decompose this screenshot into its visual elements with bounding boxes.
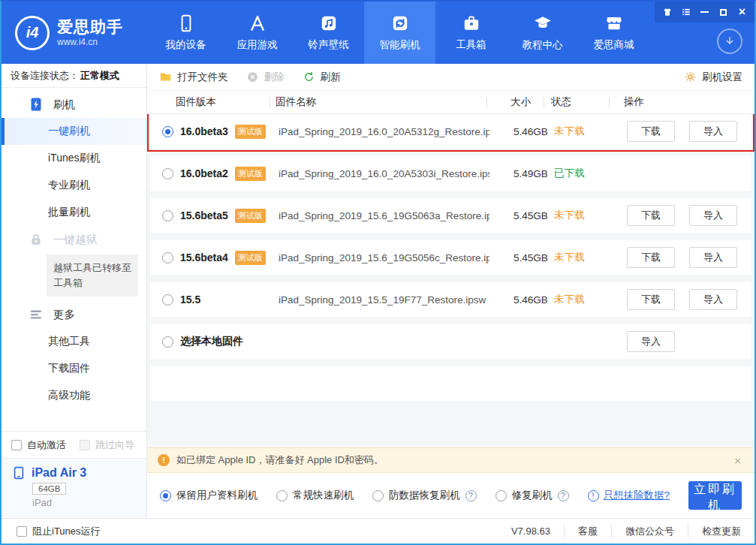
flash-mode-radio[interactable]: 常规快速刷机 xyxy=(276,489,354,502)
skip-wizard-label: 跳过向导 xyxy=(95,438,134,452)
firmware-radio[interactable] xyxy=(162,294,173,306)
firmware-version: 15.6beta5 xyxy=(180,209,228,221)
firmware-radio[interactable] xyxy=(162,126,173,137)
help-icon[interactable]: ? xyxy=(558,490,569,501)
nav-tab-toolbox[interactable]: 工具箱 xyxy=(435,2,507,64)
sidebar-group-more-menu[interactable]: 更多 xyxy=(2,301,146,328)
firmware-version-cell: 15.6beta5测试版 xyxy=(150,209,273,223)
firmware-status: 已下载 xyxy=(547,167,612,180)
app-version: V7.98.63 xyxy=(511,525,564,537)
radio-icon xyxy=(276,490,288,501)
download-button[interactable]: 下载 xyxy=(627,289,675,310)
sidebar-menu: 刷机一键刷机iTunes刷机专业刷机批量刷机一键越狱越狱工具已转移至工具箱更多其… xyxy=(2,88,146,431)
block-itunes-checkbox[interactable]: 阻止iTunes运行 xyxy=(17,525,101,538)
tasklist-icon[interactable] xyxy=(676,2,695,23)
nav-tab-ringtone[interactable]: 铃声壁纸 xyxy=(293,2,364,64)
nav-tab-mall[interactable]: 爱思商城 xyxy=(578,2,649,64)
sidebar-item[interactable]: 批量刷机 xyxy=(2,199,146,226)
firmware-radio[interactable] xyxy=(162,210,173,221)
firmware-row[interactable]: 15.6beta5测试版iPad_Spring_2019_15.6_19G506… xyxy=(150,198,751,233)
sidebar-item[interactable]: 下载固件 xyxy=(2,355,146,382)
lock-icon xyxy=(29,232,44,247)
import-button[interactable]: 导入 xyxy=(627,331,675,352)
help-icon[interactable]: ? xyxy=(465,490,477,501)
delete-button[interactable]: 删除 xyxy=(246,71,285,84)
appstore-icon xyxy=(248,14,267,33)
connection-status-value: 正常模式 xyxy=(80,69,119,83)
firmware-status: 未下载 xyxy=(547,251,612,264)
firmware-row[interactable]: 16.0beta2测试版iPad_Spring_2019_16.0_20A530… xyxy=(150,156,751,191)
sidebar-item[interactable]: iTunes刷机 xyxy=(2,145,146,172)
firmware-version: 16.0beta3 xyxy=(180,125,228,137)
smart-flash-icon xyxy=(390,14,410,33)
download-button[interactable]: 下载 xyxy=(627,121,675,142)
nav-tab-appstore[interactable]: 应用游戏 xyxy=(221,2,293,64)
nav-tab-my-device[interactable]: 我的设备 xyxy=(150,2,221,64)
firmware-version-cell: 16.0beta3测试版 xyxy=(150,125,273,139)
download-manager-icon[interactable] xyxy=(717,29,742,54)
sidebar-item[interactable]: 专业刷机 xyxy=(2,172,146,199)
firmware-row[interactable]: 15.5iPad_Spring_2019_15.5_19F77_Restore.… xyxy=(150,282,751,317)
sidebar-group-flash-phone[interactable]: 刷机 xyxy=(2,91,146,118)
firmware-name: iPad_Spring_2019_15.5_19F77_Restore.ipsw xyxy=(273,294,489,306)
sidebar-item-label: 批量刷机 xyxy=(48,206,90,219)
flash-mode-radio[interactable]: 修复刷机? xyxy=(495,489,569,502)
statusbar-link[interactable]: 微信公众号 xyxy=(611,525,688,538)
radio-icon xyxy=(372,490,384,501)
open-folder-button[interactable]: 打开文件夹 xyxy=(159,71,228,84)
gear-icon xyxy=(684,71,697,83)
flash-mode-radio[interactable]: 保留用户资料刷机 xyxy=(160,489,258,502)
notice-close-icon[interactable]: × xyxy=(731,454,744,467)
firmware-row[interactable]: 16.0beta3测试版iPad_Spring_2019_16.0_20A531… xyxy=(150,114,751,149)
download-button[interactable]: 下载 xyxy=(627,205,675,226)
sidebar-item[interactable]: 一键刷机 xyxy=(2,118,146,145)
firmware-row[interactable]: 选择本地固件导入 xyxy=(150,324,751,359)
statusbar-link[interactable]: 客服 xyxy=(564,525,611,538)
flash-settings-button[interactable]: 刷机设置 xyxy=(684,71,742,84)
import-button[interactable]: 导入 xyxy=(689,205,737,226)
flash-mode-label: 修复刷机 xyxy=(512,489,553,502)
more-menu-icon xyxy=(29,307,44,322)
app-window: i4 爱思助手 www.i4.cn 我的设备应用游戏铃声壁纸智能刷机工具箱教程中… xyxy=(0,0,756,545)
col-firmware-name: 固件名称 xyxy=(270,91,486,113)
erase-data-link[interactable]: 只想抹除数据? xyxy=(604,489,670,502)
firmware-row[interactable]: 15.6beta4测试版iPad_Spring_2019_15.6_19G505… xyxy=(150,240,751,275)
block-itunes-label: 阻止iTunes运行 xyxy=(32,525,101,538)
firmware-radio[interactable] xyxy=(162,336,173,348)
sidebar-item[interactable]: 其他工具 xyxy=(2,328,146,355)
firmware-radio[interactable] xyxy=(162,252,173,263)
firmware-size: 5.46GB xyxy=(489,294,547,306)
theme-icon[interactable] xyxy=(658,2,676,23)
beta-badge: 测试版 xyxy=(235,251,266,265)
download-button[interactable]: 下载 xyxy=(627,247,675,268)
nav-tab-tutorial[interactable]: 教程中心 xyxy=(507,2,578,64)
sidebar-group-lock[interactable]: 一键越狱 xyxy=(2,226,146,253)
close-icon[interactable]: × xyxy=(733,2,751,23)
exclamation-circle-icon: ! xyxy=(588,490,599,501)
maximize-icon[interactable] xyxy=(714,2,733,23)
import-button[interactable]: 导入 xyxy=(689,121,737,142)
brand-url: www.i4.cn xyxy=(57,37,123,47)
import-button[interactable]: 导入 xyxy=(689,289,737,310)
flash-options: 保留用户资料刷机常规快速刷机防数据恢复刷机?修复刷机? ! 只想抹除数据? 立即… xyxy=(147,473,754,518)
nav-tab-label: 铃声壁纸 xyxy=(309,38,349,52)
minimize-icon[interactable] xyxy=(695,2,714,23)
refresh-button[interactable]: 刷新 xyxy=(303,71,341,84)
import-button[interactable]: 导入 xyxy=(689,247,737,268)
radio-icon xyxy=(495,490,507,501)
statusbar-right: V7.98.63 客服微信公众号检查更新 xyxy=(511,525,742,538)
firmware-version: 选择本地固件 xyxy=(180,335,243,348)
sidebar-item[interactable]: 高级功能 xyxy=(2,382,146,409)
flash-now-button[interactable]: 立即刷机 xyxy=(688,481,742,510)
statusbar-link[interactable]: 检查更新 xyxy=(688,525,742,538)
checkbox-icon xyxy=(17,526,27,537)
firmware-actions: 下载导入 xyxy=(612,205,751,226)
auto-activate-checkbox[interactable]: 自动激活 xyxy=(11,438,66,452)
folder-icon xyxy=(159,71,172,83)
skip-wizard-checkbox[interactable]: 跳过向导 xyxy=(80,438,134,452)
col-status: 状态 xyxy=(544,91,609,113)
nav-tab-smart-flash[interactable]: 智能刷机 xyxy=(364,2,435,64)
connection-status: 设备连接状态： 正常模式 xyxy=(2,64,146,88)
firmware-radio[interactable] xyxy=(162,168,173,179)
flash-mode-radio[interactable]: 防数据恢复刷机? xyxy=(372,489,477,502)
